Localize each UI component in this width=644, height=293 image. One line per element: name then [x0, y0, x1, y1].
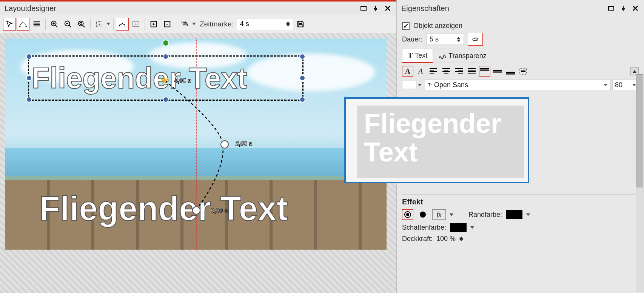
zoom-fit-icon[interactable]	[75, 18, 88, 31]
svg-point-5	[79, 21, 83, 26]
zoom-out-icon[interactable]	[62, 18, 74, 31]
tab-transparency-label: Transparenz	[448, 52, 486, 60]
panel-close-icon[interactable]	[384, 4, 392, 12]
svg-rect-11	[183, 22, 186, 24]
show-object-label: Objekt anzeigen	[413, 22, 462, 30]
effect-fill-button[interactable]	[417, 209, 428, 220]
opacity-row: Deckkraft: 100 %	[402, 235, 639, 243]
svg-rect-10	[182, 21, 185, 23]
font-size-dropdown[interactable]: 80	[612, 80, 639, 90]
layout-toolbar: Zeitmarke: 4 s	[0, 15, 396, 33]
svg-point-16	[406, 213, 409, 216]
valign-middle-icon[interactable]	[492, 66, 503, 77]
layout-titlebar: Layoutdesigner	[0, 0, 396, 15]
text-preview-popup[interactable]: Fliegender Text	[344, 97, 529, 183]
shadow-color-label: Schattenfarbe:	[402, 224, 446, 232]
show-object-checkbox[interactable]: ✔	[402, 22, 410, 30]
property-tabs: T Text Transparenz	[402, 49, 639, 63]
panel-maximize-icon[interactable]	[359, 4, 368, 12]
grid-menu-caret-icon[interactable]	[106, 23, 111, 25]
effect-fx-button[interactable]: fx	[432, 209, 446, 220]
border-color-label: Randfarbe:	[468, 211, 502, 219]
opacity-spinner[interactable]	[459, 236, 463, 241]
panel-maximize-icon[interactable]	[607, 4, 615, 12]
waypoint-0-label: 0,00 s	[211, 207, 228, 214]
expand-icon[interactable]	[147, 18, 160, 31]
text-preview-content: Fliegender Text	[364, 109, 517, 166]
motion-path-tool-icon[interactable]	[116, 18, 129, 31]
tab-text[interactable]: T Text	[402, 49, 433, 63]
workarea: Fliegender Text Fliegender Text 0,00 s	[0, 33, 396, 293]
path-visibility-icon[interactable]	[17, 18, 29, 31]
text-block-icon[interactable]	[518, 66, 529, 77]
link-duration-button[interactable]	[468, 33, 483, 46]
valign-bottom-icon[interactable]	[505, 66, 516, 77]
separator	[45, 18, 46, 30]
chevron-down-icon	[604, 84, 607, 86]
effect-menu-caret-icon[interactable]	[450, 213, 454, 216]
waypoint-1[interactable]	[220, 140, 229, 149]
align-right-icon[interactable]	[453, 66, 465, 77]
svg-rect-12	[184, 24, 187, 26]
panel-pin-icon[interactable]	[371, 4, 380, 12]
properties-title: Eigenschaften	[401, 4, 603, 13]
link-icon	[471, 35, 479, 43]
separator	[176, 18, 176, 30]
svg-rect-13	[609, 6, 614, 10]
layout-title: Layoutdesigner	[5, 4, 356, 13]
motion-path	[5, 38, 387, 250]
shadow-row: Schattenfarbe:	[402, 223, 639, 232]
text-tab-icon: T	[408, 51, 413, 60]
font-size-value: 80	[615, 81, 622, 89]
arrange-menu-caret-icon[interactable]	[192, 23, 197, 25]
font-family-dropdown[interactable]: TrOpen Sans	[425, 80, 611, 90]
effect-outline-button[interactable]	[402, 209, 413, 220]
effect-heading: Effekt	[402, 194, 639, 206]
bold-button[interactable]: A	[402, 66, 413, 77]
zoom-in-icon[interactable]	[48, 18, 61, 31]
format-row-1: A A	[402, 66, 639, 77]
collapse-icon[interactable]	[161, 18, 174, 31]
waypoint-2[interactable]: ★	[160, 76, 168, 84]
pointer-tool-icon[interactable]	[3, 18, 16, 31]
waypoint-1-label: 2,00 s	[236, 140, 252, 147]
opacity-label: Deckkraft:	[402, 235, 433, 243]
arrange-menu-icon[interactable]	[179, 18, 191, 31]
border-color-swatch[interactable]	[506, 210, 522, 219]
tab-transparency[interactable]: Transparenz	[433, 49, 492, 63]
color-dropdown-caret-icon[interactable]	[418, 84, 423, 86]
properties-scrollbar[interactable]	[636, 74, 644, 292]
shadow-color-swatch[interactable]	[450, 223, 467, 232]
italic-button[interactable]: A	[415, 66, 426, 77]
waypoint-0[interactable]	[192, 206, 200, 215]
canvas[interactable]: Fliegender Text Fliegender Text 0,00 s	[5, 38, 387, 250]
align-center-icon[interactable]	[441, 66, 452, 77]
scrollbar-thumb[interactable]	[636, 74, 643, 187]
star-icon: ★	[160, 75, 169, 86]
valign-top-icon[interactable]	[479, 66, 490, 77]
add-keyframe-icon[interactable]	[129, 18, 142, 31]
waypoint-2-label: 4,00 s	[174, 77, 191, 84]
save-icon[interactable]	[294, 18, 307, 31]
effect-row: fx Randfarbe:	[402, 209, 639, 220]
svg-point-2	[25, 25, 27, 27]
timestamp-spinner[interactable]	[286, 21, 290, 26]
timestamp-value: 4 s	[240, 20, 249, 28]
shadow-color-caret-icon[interactable]	[470, 226, 475, 229]
grid-toggle-icon[interactable]	[93, 18, 106, 31]
panel-close-icon[interactable]	[631, 4, 639, 12]
align-justify-icon[interactable]	[466, 66, 478, 77]
duration-label: Dauer:	[402, 35, 422, 43]
timestamp-input[interactable]: 4 s	[237, 18, 293, 30]
font-type-icon: Tr	[428, 83, 432, 87]
timestamp-label: Zeitmarke:	[200, 20, 234, 28]
text-color-swatch[interactable]	[402, 81, 416, 89]
transparency-tab-icon	[439, 53, 446, 59]
svg-rect-0	[361, 6, 366, 10]
align-left-icon[interactable]	[428, 66, 439, 77]
panel-pin-icon[interactable]	[619, 4, 627, 12]
duration-input[interactable]: 5 s	[426, 34, 464, 45]
list-tool-icon[interactable]	[30, 18, 43, 31]
border-color-caret-icon[interactable]	[526, 213, 531, 216]
duration-spinner[interactable]	[457, 37, 461, 42]
